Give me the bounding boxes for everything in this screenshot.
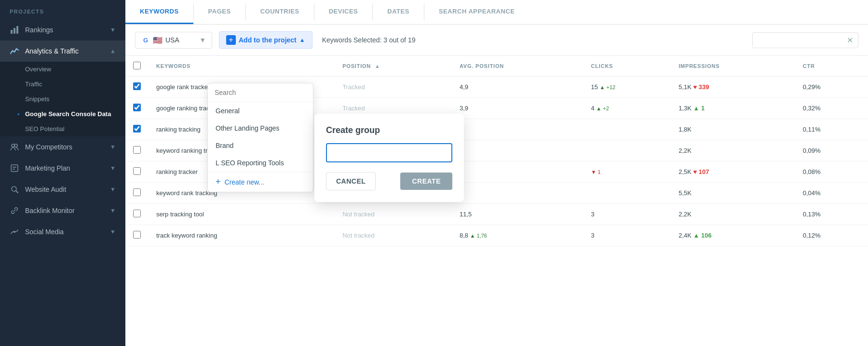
tab-countries[interactable]: COUNTRIES — [246, 0, 314, 24]
keyword-search-box[interactable]: ✕ — [752, 32, 858, 48]
backlink-label: Backlink Monitor — [25, 207, 110, 214]
sidebar-item-backlink[interactable]: Backlink Monitor ▼ — [0, 200, 125, 221]
social-icon — [10, 227, 19, 237]
row-checkbox-cell[interactable] — [125, 183, 149, 204]
create-new-label: Create new... — [225, 178, 265, 186]
header-checkbox[interactable] — [125, 56, 149, 77]
header-clicks: CLICKS — [583, 56, 671, 77]
tab-pages[interactable]: PAGES — [194, 0, 245, 24]
plus-icon: + — [226, 35, 236, 45]
position-cell: Not tracked — [335, 225, 452, 246]
ctr-cell: 0,04% — [795, 183, 868, 204]
dropdown-search-area[interactable] — [208, 83, 313, 102]
close-icon[interactable]: ✕ — [847, 36, 853, 45]
create-button[interactable]: CREATE — [400, 173, 452, 190]
row-checkbox-cell[interactable] — [125, 140, 149, 161]
row-checkbox[interactable] — [133, 146, 141, 154]
sidebar-item-analytics[interactable]: Analytics & Traffic ▲ — [0, 40, 125, 62]
overview-label: Overview — [25, 66, 51, 73]
clicks-cell: 4 +2 — [583, 98, 671, 119]
tab-keywords[interactable]: KEYWORDS — [125, 0, 193, 24]
impressions-cell: 1,3K ▲ 1 — [671, 98, 795, 119]
row-checkbox-cell[interactable] — [125, 119, 149, 140]
country-selector[interactable]: G 🇺🇸 USA ▼ — [135, 32, 212, 49]
header-impressions: IMPRESSIONS — [671, 56, 795, 77]
row-checkbox-cell[interactable] — [125, 98, 149, 119]
avg-position-cell — [452, 183, 583, 204]
country-label: USA — [165, 36, 179, 44]
sidebar-item-marketing[interactable]: Marketing Plan ▼ — [0, 158, 125, 179]
dropdown-item-brand[interactable]: Brand — [208, 137, 313, 154]
ctr-cell: 0,08% — [795, 161, 868, 183]
flag-icon: 🇺🇸 — [153, 36, 163, 45]
audit-chevron: ▼ — [110, 186, 116, 193]
dropdown-item-l-seo[interactable]: L SEO Reporting Tools — [208, 154, 313, 172]
tab-dates[interactable]: DATES — [373, 0, 424, 24]
sidebar-item-traffic[interactable]: Traffic — [0, 77, 125, 92]
position-cell: Not tracked — [335, 204, 452, 225]
row-checkbox[interactable] — [133, 104, 141, 111]
add-to-project-button[interactable]: + Add to the project ▲ — [219, 31, 312, 49]
create-group-input[interactable] — [326, 143, 452, 162]
country-chevron-icon: ▼ — [199, 36, 206, 44]
row-checkbox-cell[interactable] — [125, 161, 149, 183]
svg-point-4 — [14, 144, 17, 147]
create-group-actions: CANCEL CREATE — [326, 172, 452, 190]
ctr-cell: 0,13% — [795, 204, 868, 225]
add-project-chevron-icon: ▲ — [299, 37, 305, 43]
add-project-label: Add to the project — [239, 36, 297, 44]
analytics-icon — [10, 46, 19, 56]
sidebar-item-rankings[interactable]: Rankings ▼ — [0, 19, 125, 40]
row-checkbox[interactable] — [133, 125, 141, 133]
search-input[interactable] — [758, 36, 847, 44]
sidebar-item-social[interactable]: Social Media ▼ — [0, 221, 125, 242]
tab-bar: KEYWORDS PAGES COUNTRIES DEVICES DATES S… — [125, 0, 868, 25]
tab-search-appearance[interactable]: SEARCH APPEARANCE — [424, 0, 529, 24]
svg-rect-2 — [16, 26, 18, 34]
row-checkbox[interactable] — [133, 167, 141, 175]
sidebar-item-competitors[interactable]: My Competitors ▼ — [0, 136, 125, 158]
row-checkbox-cell[interactable] — [125, 225, 149, 246]
row-checkbox[interactable] — [133, 231, 141, 239]
dropdown-search-input[interactable] — [215, 89, 306, 96]
snippets-label: Snippets — [25, 95, 50, 103]
svg-rect-5 — [11, 165, 18, 172]
impressions-cell: 5,1K ♥ 339 — [671, 77, 795, 98]
create-new-plus-icon: + — [216, 177, 221, 187]
gsc-label: Google Search Console Data — [25, 110, 111, 118]
competitors-icon — [10, 142, 19, 152]
row-checkbox[interactable] — [133, 210, 141, 217]
analytics-label: Analytics & Traffic — [25, 47, 110, 55]
table-row: track keyword rankingNot tracked8,8 1,76… — [125, 225, 868, 246]
dropdown-item-create-new[interactable]: + Create new... — [208, 172, 313, 192]
header-keywords: KEYWORDS — [149, 56, 335, 77]
sidebar-item-gsc[interactable]: Google Search Console Data — [0, 106, 125, 121]
create-group-title: Create group — [326, 125, 452, 135]
other-landing-label: Other Landing Pages — [216, 124, 279, 132]
dropdown-item-general[interactable]: General — [208, 102, 313, 120]
row-checkbox[interactable] — [133, 82, 141, 90]
svg-rect-1 — [14, 28, 15, 34]
row-checkbox-cell[interactable] — [125, 77, 149, 98]
select-all-checkbox[interactable] — [133, 62, 141, 69]
sidebar-item-seo[interactable]: SEO Potential — [0, 121, 125, 136]
brand-label: Brand — [216, 142, 233, 149]
cancel-button[interactable]: CANCEL — [326, 172, 376, 190]
avg-position-cell — [452, 119, 583, 140]
dropdown-item-other-landing[interactable]: Other Landing Pages — [208, 120, 313, 137]
toolbar: G 🇺🇸 USA ▼ + Add to the project ▲ Keywor… — [125, 25, 868, 56]
clicks-cell — [583, 119, 671, 140]
sidebar-item-audit[interactable]: Website Audit ▼ — [0, 179, 125, 200]
row-checkbox-cell[interactable] — [125, 204, 149, 225]
tab-devices[interactable]: DEVICES — [314, 0, 373, 24]
clicks-cell: 15 +12 — [583, 77, 671, 98]
seo-label: SEO Potential — [25, 125, 65, 133]
header-position[interactable]: POSITION ▲ — [335, 56, 452, 77]
backlink-icon — [10, 206, 19, 215]
sidebar-item-snippets[interactable]: Snippets — [0, 92, 125, 106]
row-checkbox[interactable] — [133, 188, 141, 196]
sidebar-item-overview[interactable]: Overview — [0, 62, 125, 77]
clicks-cell: 1 — [583, 161, 671, 183]
clicks-cell: 3 — [583, 225, 671, 246]
rankings-chevron: ▼ — [110, 27, 116, 33]
